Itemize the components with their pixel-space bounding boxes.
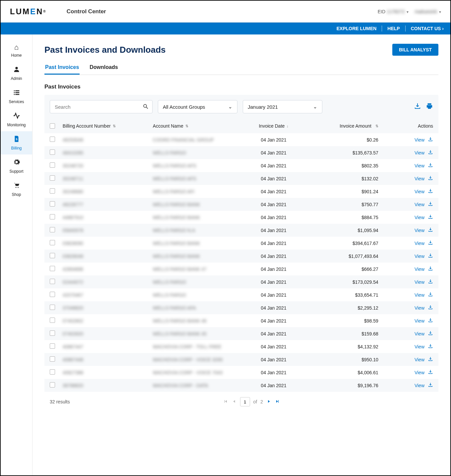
row-checkbox[interactable] [50,279,55,284]
row-checkbox[interactable] [50,292,55,297]
table-row: 40827388 WACHOVIA CORP - VOICE 7043 04 J… [44,366,438,379]
column-billing-account[interactable]: Billing Account Number ⇅ [63,123,153,129]
download-icon[interactable] [428,305,433,311]
eid-selector[interactable]: EID 1178272 ▾ [378,9,409,14]
invoice-date: 04 Jan 2021 [243,215,304,220]
view-link[interactable]: View [415,137,424,143]
page-input[interactable] [240,397,250,406]
view-link[interactable]: View [415,357,424,362]
download-icon[interactable] [428,369,433,376]
account-group-select[interactable]: All Account Groups ⌄ [158,100,237,113]
download-icon[interactable] [428,292,433,298]
download-icon[interactable] [428,253,433,259]
view-link[interactable]: View [415,331,424,336]
search-input[interactable] [50,100,153,113]
invoice-date: 04 Jan 2021 [243,267,304,272]
row-checkbox[interactable] [50,356,55,362]
row-checkbox[interactable] [50,330,55,336]
download-icon[interactable] [428,318,433,324]
column-invoice-date[interactable]: Invoice Date ↓ [243,123,304,129]
contact-link[interactable]: CONTACT US › [411,26,444,31]
download-icon[interactable] [428,175,433,182]
tab-past-invoices[interactable]: Past Invoices [44,62,80,75]
row-checkbox[interactable] [50,214,55,219]
view-link[interactable]: View [415,383,424,388]
sidebar-item-monitoring[interactable]: Monitoring [1,108,32,131]
sidebar-item-billing[interactable]: $ Billing [1,131,32,154]
download-icon[interactable] [428,149,433,156]
next-page-icon[interactable] [266,399,272,405]
user-menu[interactable]: mattuesink ▾ [415,9,441,14]
column-account-name[interactable]: Account Name ⇅ [153,123,243,129]
sidebar-item-support[interactable]: Support [1,154,32,178]
row-checkbox[interactable] [50,266,55,271]
last-page-icon[interactable] [275,399,280,405]
row-checkbox[interactable] [50,305,55,310]
search-icon[interactable] [143,103,149,111]
main-content: Past Invoices and Downloads BILL ANALYST… [32,34,450,475]
download-icon[interactable] [428,188,433,195]
view-link[interactable]: View [415,305,424,311]
account-name: WACHOVIA CORP - TOLL FREE [153,344,222,349]
row-checkbox[interactable] [50,318,55,323]
view-link[interactable]: View [415,344,424,349]
row-checkbox[interactable] [50,137,55,142]
print-icon[interactable] [426,102,433,111]
view-link[interactable]: View [415,215,424,220]
view-link[interactable]: View [415,292,424,298]
row-checkbox[interactable] [50,188,55,194]
download-icon[interactable] [428,137,433,143]
download-icon[interactable] [428,330,433,337]
row-checkbox[interactable] [50,201,55,207]
month-select[interactable]: January 2021 ⌄ [243,100,322,113]
row-checkbox[interactable] [50,369,55,375]
account-name: WELLS FARGO AFS [153,176,196,181]
download-all-icon[interactable] [414,102,421,111]
sidebar-item-admin[interactable]: Admin [1,62,32,85]
view-link[interactable]: View [415,318,424,324]
download-icon[interactable] [428,214,433,220]
first-page-icon[interactable] [223,399,228,405]
download-icon[interactable] [428,279,433,285]
row-checkbox[interactable] [50,343,55,349]
view-link[interactable]: View [415,189,424,194]
sidebar-item-home[interactable]: ⌂ Home [1,39,32,62]
download-icon[interactable] [428,162,433,169]
row-checkbox[interactable] [50,162,55,168]
row-checkbox[interactable] [50,149,55,155]
download-icon[interactable] [428,343,433,350]
download-icon[interactable] [428,382,433,388]
view-link[interactable]: View [415,176,424,181]
prev-page-icon[interactable] [231,399,237,405]
sort-down-icon: ↓ [287,124,289,128]
view-link[interactable]: View [415,150,424,155]
download-icon[interactable] [428,227,433,233]
row-checkbox[interactable] [50,240,55,245]
view-link[interactable]: View [415,254,424,259]
view-link[interactable]: View [415,202,424,207]
view-link[interactable]: View [415,241,424,246]
explore-link[interactable]: EXPLORE LUMEN [337,26,377,31]
column-invoice-amount[interactable]: Invoice Amount ⇅ [304,123,378,129]
row-checkbox[interactable] [50,253,55,258]
tab-downloads[interactable]: Downloads [89,62,118,75]
bill-analyst-button[interactable]: BILL ANALYST [392,44,438,56]
view-link[interactable]: View [415,279,424,285]
sidebar-item-services[interactable]: Services [1,85,32,108]
download-icon[interactable] [428,356,433,363]
row-checkbox[interactable] [50,175,55,181]
sidebar-item-shop[interactable]: Shop [1,178,32,201]
row-checkbox[interactable] [50,382,55,387]
help-link[interactable]: HELP [387,26,400,31]
download-icon[interactable] [428,201,433,208]
view-link[interactable]: View [415,228,424,233]
view-link[interactable]: View [415,370,424,375]
view-link[interactable]: View [415,267,424,272]
sidebar-item-label: Shop [12,192,21,197]
download-icon[interactable] [428,266,433,272]
row-checkbox[interactable] [50,227,55,232]
select-all-checkbox[interactable] [50,123,55,129]
account-name: WELLS FARGO AFS [153,163,196,168]
download-icon[interactable] [428,240,433,246]
view-link[interactable]: View [415,163,424,168]
